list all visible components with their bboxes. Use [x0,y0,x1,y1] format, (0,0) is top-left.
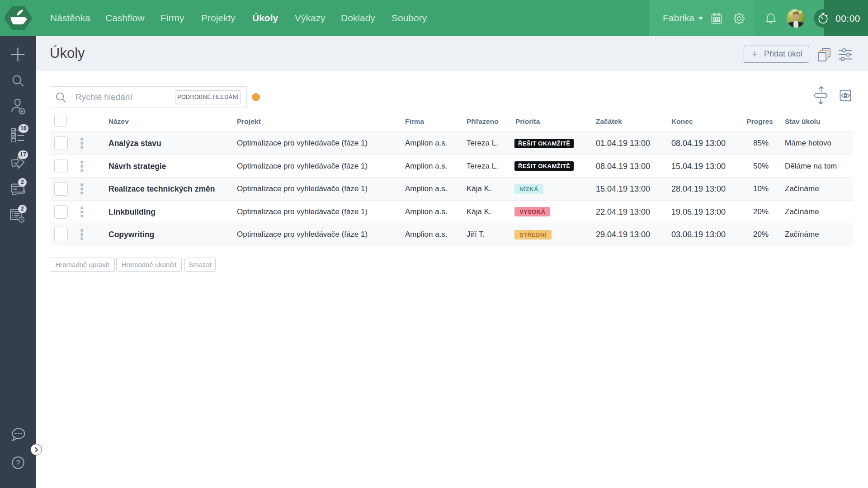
svg-text:?: ? [16,459,20,467]
